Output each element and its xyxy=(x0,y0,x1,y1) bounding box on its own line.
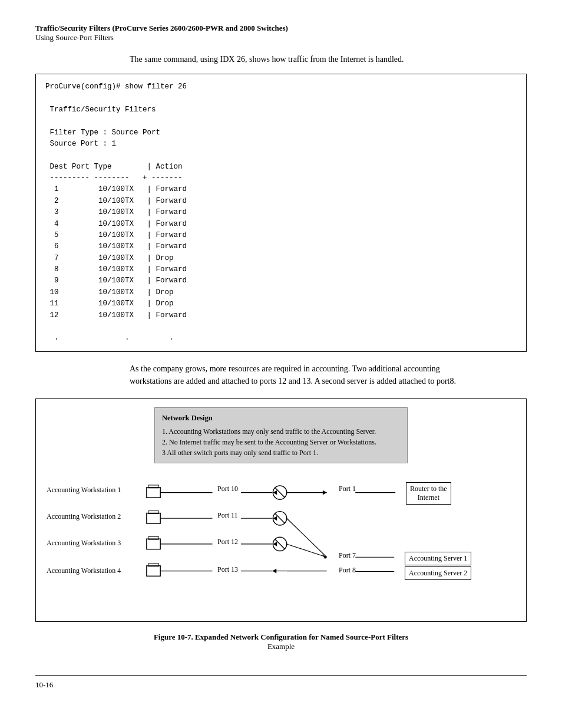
code-line: 10 10/100TX | Drop xyxy=(45,287,517,298)
caption-normal: Example xyxy=(267,642,295,651)
svg-marker-24 xyxy=(273,542,277,546)
svg-rect-6 xyxy=(147,566,160,576)
svg-line-23 xyxy=(275,539,285,549)
server-box-2: Accounting Server 2 xyxy=(405,566,471,580)
svg-marker-28 xyxy=(323,490,327,495)
port-label-11: Port 11 xyxy=(217,511,238,520)
svg-line-29 xyxy=(287,544,327,557)
code-line: Source Port : 1 xyxy=(45,139,517,150)
svg-rect-4 xyxy=(147,539,160,549)
intro-text: The same command, using IDX 26, shows ho… xyxy=(130,53,459,65)
code-line: 5 10/100TX | Forward xyxy=(45,230,517,241)
router-box: Router to theInternet xyxy=(406,482,451,505)
code-line: 12 10/100TX | Forward xyxy=(45,310,517,321)
header-bold-title: Traffic/Security Filters (ProCurve Serie… xyxy=(35,24,527,33)
nd-rule-3: 3 All other switch ports may only send t… xyxy=(162,447,400,458)
svg-rect-3 xyxy=(148,510,158,513)
code-line: 7 10/100TX | Drop xyxy=(45,253,517,264)
figure-caption: Figure 10-7. Expanded Network Configurat… xyxy=(35,633,527,651)
port-label-13: Port 13 xyxy=(217,565,238,574)
caption-bold: Figure 10-7. Expanded Network Configurat… xyxy=(154,633,408,641)
port-label-12: Port 12 xyxy=(217,538,238,546)
svg-line-30 xyxy=(287,518,327,557)
port-label-7: Port 7 xyxy=(339,551,356,560)
svg-rect-1 xyxy=(148,485,158,488)
svg-marker-18 xyxy=(273,490,277,495)
code-line: 8 10/100TX | Forward xyxy=(45,264,517,275)
svg-marker-21 xyxy=(273,516,277,521)
code-line: 6 10/100TX | Forward xyxy=(45,241,517,252)
ws-label-3: Accounting Workstation 3 xyxy=(47,539,121,548)
port-label-10: Port 10 xyxy=(217,485,238,493)
svg-rect-5 xyxy=(148,536,158,539)
code-line: 9 10/100TX | Forward xyxy=(45,275,517,286)
port-label-1: Port 1 xyxy=(339,485,356,493)
page-footer: 10-16 xyxy=(35,675,527,690)
svg-point-16 xyxy=(273,486,286,499)
svg-marker-26 xyxy=(272,568,276,573)
code-line: 11 10/100TX | Drop xyxy=(45,298,517,309)
port-label-8: Port 8 xyxy=(339,566,356,575)
code-line: Traffic/Security Filters xyxy=(45,104,517,116)
svg-line-17 xyxy=(275,487,285,498)
ws-label-1: Accounting Workstation 1 xyxy=(47,486,121,495)
svg-point-22 xyxy=(273,537,286,551)
ws-label-4: Accounting Workstation 4 xyxy=(47,566,121,575)
diagram-box: Network Design 1. Accounting Workstation… xyxy=(35,398,527,622)
diagram-content: Accounting Workstation 1 Accounting Work… xyxy=(47,475,515,611)
ws-label-2: Accounting Workstation 2 xyxy=(47,512,121,521)
code-line: . . . xyxy=(45,332,517,344)
code-line: 1 10/100TX | Forward xyxy=(45,184,517,195)
header-subtitle: Using Source-Port Filters xyxy=(35,33,527,42)
code-line: --------- -------- + ------- xyxy=(45,173,517,184)
nd-rule-1: 1. Accounting Workstations may only send… xyxy=(162,426,400,437)
page-number: 10-16 xyxy=(35,680,53,689)
network-design-box: Network Design 1. Accounting Workstation… xyxy=(154,407,408,463)
svg-rect-7 xyxy=(148,564,158,566)
code-block: ProCurve(config)# show filter 26 Traffic… xyxy=(35,74,527,352)
nd-title: Network Design xyxy=(162,413,400,424)
svg-marker-31 xyxy=(322,554,327,559)
code-line: Filter Type : Source Port xyxy=(45,127,517,139)
code-line: 4 10/100TX | Forward xyxy=(45,219,517,230)
code-line: ProCurve(config)# show filter 26 xyxy=(45,81,517,93)
server-box-1: Accounting Server 1 xyxy=(405,552,471,565)
page-header: Traffic/Security Filters (ProCurve Serie… xyxy=(35,24,527,42)
code-line: Dest Port Type | Action xyxy=(45,162,517,173)
body-text: As the company grows, more resources are… xyxy=(130,363,459,388)
svg-rect-0 xyxy=(147,487,160,498)
svg-point-19 xyxy=(273,511,286,525)
svg-line-20 xyxy=(275,513,285,523)
code-line: 3 10/100TX | Forward xyxy=(45,207,517,218)
svg-rect-2 xyxy=(147,513,160,523)
nd-rule-2: 2. No Internet traffic may be sent to th… xyxy=(162,437,400,447)
code-line: 2 10/100TX | Forward xyxy=(45,196,517,207)
